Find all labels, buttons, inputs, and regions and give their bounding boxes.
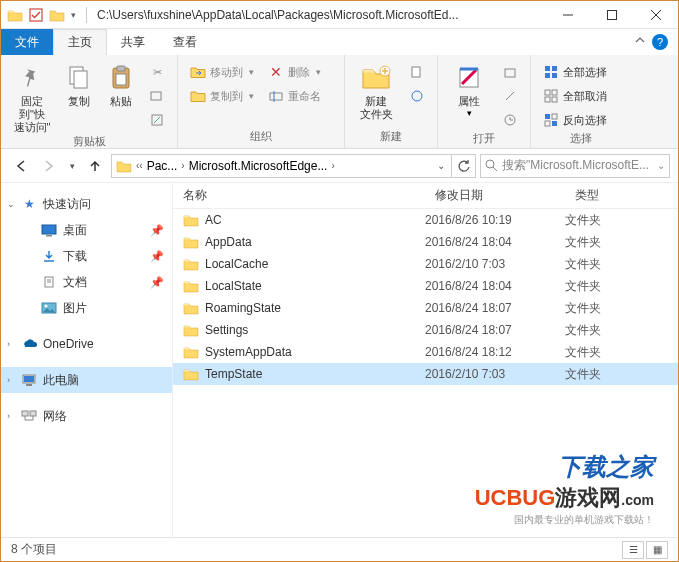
- table-row[interactable]: AppData2016/8/24 18:04文件夹: [173, 231, 678, 253]
- sidebar-item-documents[interactable]: 文档 📌: [1, 269, 172, 295]
- pin-icon: 📌: [150, 276, 164, 289]
- file-type: 文件夹: [565, 366, 645, 383]
- file-date: 2016/8/24 18:07: [425, 323, 565, 337]
- sidebar-item-network[interactable]: › 网络: [1, 403, 172, 429]
- cut-icon: ✂: [149, 64, 165, 80]
- checkbox-icon[interactable]: [29, 8, 43, 22]
- paste-icon: [105, 63, 137, 93]
- file-type: 文件夹: [565, 300, 645, 317]
- ribbon-group-select: 全部选择 全部取消 反向选择 选择: [531, 55, 631, 148]
- table-row[interactable]: LocalState2016/8/24 18:04文件夹: [173, 275, 678, 297]
- tab-share[interactable]: 共享: [107, 29, 159, 55]
- close-button[interactable]: [634, 1, 678, 29]
- select-all-button[interactable]: 全部选择: [539, 61, 623, 83]
- table-row[interactable]: Settings2016/8/24 18:07文件夹: [173, 319, 678, 341]
- navigation-pane: ⌄ ★ 快速访问 桌面 📌 下载 📌 文档 📌 图片 › OneDrive: [1, 183, 173, 537]
- delete-button[interactable]: ✕删除▾: [264, 61, 336, 83]
- file-date: 2016/8/26 10:19: [425, 213, 565, 227]
- move-to-icon: [190, 64, 206, 80]
- copy-to-button[interactable]: 复制到▾: [186, 85, 258, 107]
- chevron-right-icon[interactable]: ›: [7, 411, 10, 421]
- desktop-icon: [41, 222, 57, 238]
- edit-icon: [502, 88, 518, 104]
- rename-button[interactable]: 重命名: [264, 85, 336, 107]
- svg-rect-24: [545, 90, 550, 95]
- select-none-button[interactable]: 全部取消: [539, 85, 623, 107]
- tab-home[interactable]: 主页: [53, 29, 107, 55]
- svg-rect-23: [552, 73, 557, 78]
- column-header-date[interactable]: 修改日期: [425, 187, 565, 204]
- folder-icon: [183, 301, 199, 315]
- table-row[interactable]: RoamingState2016/8/24 18:07文件夹: [173, 297, 678, 319]
- history-button[interactable]: [498, 109, 522, 131]
- paste-shortcut-button[interactable]: [145, 109, 169, 131]
- chevron-left-icon[interactable]: ‹‹: [134, 160, 145, 171]
- minimize-button[interactable]: [546, 1, 590, 29]
- paste-button[interactable]: 粘贴: [103, 59, 139, 108]
- back-button[interactable]: [9, 154, 33, 178]
- sidebar-item-onedrive[interactable]: › OneDrive: [1, 331, 172, 357]
- breadcrumb-segment[interactable]: Microsoft.MicrosoftEdge...›: [189, 159, 337, 173]
- history-icon: [502, 112, 518, 128]
- sidebar-item-downloads[interactable]: 下载 📌: [1, 243, 172, 269]
- edit-button[interactable]: [498, 85, 522, 107]
- pin-quickaccess-button[interactable]: 固定到"快 速访问": [9, 59, 55, 134]
- folder-small-icon[interactable]: [49, 8, 65, 22]
- collapse-ribbon-icon[interactable]: [634, 34, 646, 46]
- table-row[interactable]: LocalCache2016/2/10 7:03文件夹: [173, 253, 678, 275]
- file-date: 2016/8/24 18:04: [425, 279, 565, 293]
- up-button[interactable]: [83, 154, 107, 178]
- sidebar-item-thispc[interactable]: › 此电脑: [1, 367, 172, 393]
- copy-button[interactable]: 复制: [61, 59, 97, 108]
- invert-selection-button[interactable]: 反向选择: [539, 109, 623, 131]
- svg-rect-8: [117, 66, 125, 71]
- network-icon: [21, 408, 37, 424]
- cut-button[interactable]: ✂: [145, 61, 169, 83]
- pin-icon: 📌: [150, 250, 164, 263]
- icons-view-button[interactable]: ▦: [646, 541, 668, 559]
- sidebar-item-desktop[interactable]: 桌面 📌: [1, 217, 172, 243]
- table-row[interactable]: TempState2016/2/10 7:03文件夹: [173, 363, 678, 385]
- sidebar-item-quickaccess[interactable]: ⌄ ★ 快速访问: [1, 191, 172, 217]
- open-icon: [502, 64, 518, 80]
- breadcrumb[interactable]: ‹‹ Pac...› Microsoft.MicrosoftEdge...› ⌄: [111, 154, 452, 178]
- chevron-down-icon[interactable]: ⌄: [7, 199, 15, 209]
- search-input[interactable]: 搜索"Microsoft.MicrosoftE... ⌄: [480, 154, 670, 178]
- properties-button[interactable]: 属性 ▾: [446, 59, 492, 118]
- tab-view[interactable]: 查看: [159, 29, 211, 55]
- move-to-button[interactable]: 移动到▾: [186, 61, 258, 83]
- details-view-button[interactable]: ☰: [622, 541, 644, 559]
- recent-locations-button[interactable]: ▾: [65, 154, 79, 178]
- column-header-name[interactable]: 名称: [173, 187, 425, 204]
- svg-rect-34: [42, 225, 56, 234]
- new-folder-button[interactable]: 新建 文件夹: [353, 59, 399, 121]
- folder-icon: [183, 345, 199, 359]
- chevron-right-icon[interactable]: ›: [7, 375, 10, 385]
- refresh-button[interactable]: [452, 154, 476, 178]
- pictures-icon: [41, 300, 57, 316]
- breadcrumb-dropdown[interactable]: ⌄: [435, 160, 447, 171]
- easy-access-button[interactable]: [405, 85, 429, 107]
- file-date: 2016/2/10 7:03: [425, 257, 565, 271]
- folder-icon: [183, 279, 199, 293]
- open-button[interactable]: [498, 61, 522, 83]
- forward-button[interactable]: [37, 154, 61, 178]
- folder-icon: [7, 8, 23, 22]
- file-name: TempState: [205, 367, 262, 381]
- column-header-type[interactable]: 类型: [565, 187, 645, 204]
- sidebar-item-pictures[interactable]: 图片: [1, 295, 172, 321]
- help-icon[interactable]: ?: [652, 34, 668, 50]
- maximize-button[interactable]: [590, 1, 634, 29]
- file-type: 文件夹: [565, 234, 645, 251]
- table-row[interactable]: AC2016/8/26 10:19文件夹: [173, 209, 678, 231]
- tab-file[interactable]: 文件: [1, 29, 53, 55]
- copy-path-button[interactable]: [145, 85, 169, 107]
- ribbon-group-new: 新建 文件夹 新建: [345, 55, 438, 148]
- table-row[interactable]: SystemAppData2016/8/24 18:12文件夹: [173, 341, 678, 363]
- dropdown-arrow-icon[interactable]: ▾: [71, 10, 76, 20]
- breadcrumb-segment[interactable]: Pac...›: [147, 159, 187, 173]
- search-dropdown-icon[interactable]: ⌄: [657, 160, 665, 171]
- file-name: RoamingState: [205, 301, 281, 315]
- chevron-right-icon[interactable]: ›: [7, 339, 10, 349]
- new-item-button[interactable]: [405, 61, 429, 83]
